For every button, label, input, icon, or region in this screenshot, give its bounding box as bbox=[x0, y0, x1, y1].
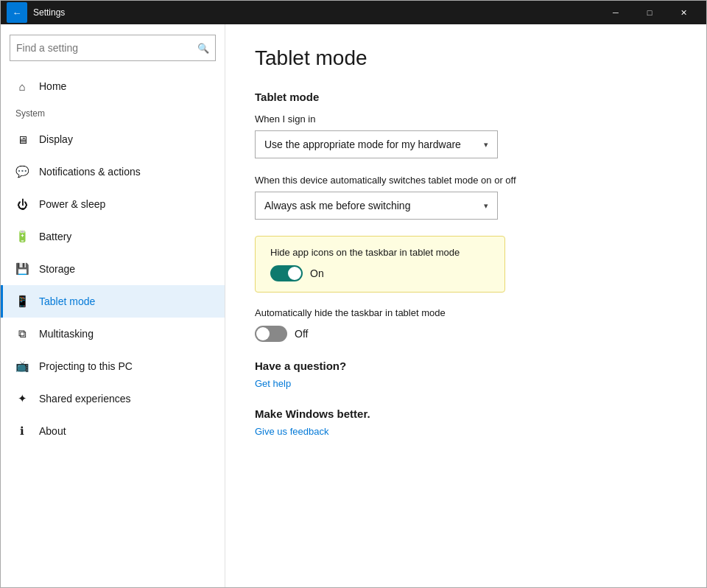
sidebar-item-label: Shared experiences bbox=[39, 393, 131, 405]
multitasking-icon: ⧉ bbox=[15, 327, 29, 340]
minimize-icon: ─ bbox=[613, 8, 619, 17]
auto-switch-dropdown[interactable]: Always ask me before switching ▾ bbox=[255, 192, 498, 220]
sidebar-item-tablet[interactable]: 📱 Tablet mode bbox=[1, 285, 225, 318]
maximize-button[interactable]: □ bbox=[633, 1, 666, 24]
sidebar-item-label: Battery bbox=[39, 231, 71, 242]
tablet-icon: 📱 bbox=[15, 295, 29, 308]
sidebar-item-projecting[interactable]: 📺 Projecting to this PC bbox=[1, 350, 225, 382]
hide-taskbar-toggle-row: Off bbox=[255, 326, 677, 342]
sidebar-item-display[interactable]: 🖥 Display bbox=[1, 123, 225, 155]
battery-icon: 🔋 bbox=[15, 230, 29, 243]
search-box[interactable]: 🔍 bbox=[10, 35, 216, 61]
chevron-down-icon: ▾ bbox=[484, 201, 488, 211]
have-question-section: Have a question? Get help bbox=[255, 360, 677, 390]
settings-window: ← Settings ─ □ ✕ 🔍 ⌂ Home bbox=[0, 0, 707, 588]
titlebar: ← Settings ─ □ ✕ bbox=[1, 1, 706, 24]
hide-icons-highlight-box: Hide app icons on the taskbar in tablet … bbox=[255, 236, 505, 293]
sidebar-item-battery[interactable]: 🔋 Battery bbox=[1, 220, 225, 253]
sidebar-item-multitasking[interactable]: ⧉ Multitasking bbox=[1, 318, 225, 350]
sidebar-item-label: Projecting to this PC bbox=[39, 360, 133, 372]
notifications-icon: 💬 bbox=[15, 165, 29, 178]
projecting-icon: 📺 bbox=[15, 360, 29, 373]
sidebar-item-label: Power & sleep bbox=[39, 198, 105, 210]
sidebar-item-notifications[interactable]: 💬 Notifications & actions bbox=[1, 155, 225, 188]
hide-icons-toggle-row: On bbox=[270, 265, 490, 281]
sidebar-item-label: Tablet mode bbox=[39, 295, 95, 307]
back-button[interactable]: ← bbox=[7, 2, 27, 23]
toggle-thumb bbox=[256, 327, 270, 340]
sidebar-item-label: Notifications & actions bbox=[39, 166, 141, 178]
shared-icon: ✦ bbox=[15, 392, 29, 405]
about-icon: ℹ bbox=[15, 424, 29, 438]
sidebar-item-power[interactable]: ⏻ Power & sleep bbox=[1, 188, 225, 220]
main-content: Tablet mode Tablet mode When I sign in U… bbox=[225, 24, 706, 587]
search-icon: 🔍 bbox=[197, 43, 209, 54]
hide-icons-toggle[interactable] bbox=[270, 265, 303, 281]
toggle-thumb bbox=[288, 267, 301, 280]
window-title: Settings bbox=[33, 7, 599, 18]
hide-taskbar-toggle[interactable] bbox=[255, 326, 287, 342]
sign-in-dropdown[interactable]: Use the appropriate mode for my hardware… bbox=[255, 130, 498, 158]
hide-taskbar-section: Automatically hide the taskbar in tablet… bbox=[255, 307, 677, 342]
question-title: Have a question? bbox=[255, 360, 677, 372]
get-help-link[interactable]: Get help bbox=[255, 378, 291, 389]
power-icon: ⏻ bbox=[15, 197, 29, 211]
hide-taskbar-state: Off bbox=[295, 328, 308, 340]
make-better-section: Make Windows better. Give us feedback bbox=[255, 407, 677, 438]
section-title: Tablet mode bbox=[255, 91, 677, 103]
window-controls: ─ □ ✕ bbox=[599, 1, 700, 24]
auto-switch-label: When this device automatically switches … bbox=[255, 175, 677, 186]
system-section-label: System bbox=[1, 104, 225, 123]
back-icon: ← bbox=[13, 7, 22, 18]
hide-icons-state: On bbox=[310, 267, 324, 279]
sidebar-item-label: Multitasking bbox=[39, 328, 94, 340]
feedback-link[interactable]: Give us feedback bbox=[255, 426, 328, 437]
sign-in-label: When I sign in bbox=[255, 113, 677, 125]
home-label: Home bbox=[39, 80, 66, 92]
minimize-button[interactable]: ─ bbox=[599, 1, 633, 24]
hide-icons-label: Hide app icons on the taskbar in tablet … bbox=[270, 247, 490, 258]
sidebar-item-label: About bbox=[39, 425, 66, 437]
sidebar-item-shared[interactable]: ✦ Shared experiences bbox=[1, 382, 225, 415]
sidebar-item-about[interactable]: ℹ About bbox=[1, 415, 225, 447]
display-icon: 🖥 bbox=[15, 133, 29, 146]
close-button[interactable]: ✕ bbox=[666, 1, 700, 24]
auto-switch-dropdown-value: Always ask me before switching bbox=[264, 200, 410, 211]
make-better-title: Make Windows better. bbox=[255, 407, 677, 420]
sign-in-dropdown-value: Use the appropriate mode for my hardware bbox=[264, 139, 461, 150]
content-area: 🔍 ⌂ Home System 🖥 Display 💬 Notification… bbox=[1, 24, 706, 587]
chevron-down-icon: ▾ bbox=[484, 140, 488, 150]
sidebar-item-home[interactable]: ⌂ Home bbox=[1, 69, 225, 104]
hide-taskbar-label: Automatically hide the taskbar in tablet… bbox=[255, 307, 677, 318]
storage-icon: 💾 bbox=[15, 262, 29, 276]
search-input[interactable] bbox=[16, 42, 197, 54]
page-title: Tablet mode bbox=[255, 46, 677, 70]
maximize-icon: □ bbox=[647, 8, 653, 17]
sidebar-item-label: Display bbox=[39, 133, 73, 145]
sidebar-item-label: Storage bbox=[39, 263, 75, 275]
sidebar-item-storage[interactable]: 💾 Storage bbox=[1, 253, 225, 285]
close-icon: ✕ bbox=[680, 8, 687, 18]
sidebar: 🔍 ⌂ Home System 🖥 Display 💬 Notification… bbox=[1, 24, 225, 587]
home-icon: ⌂ bbox=[15, 80, 29, 93]
